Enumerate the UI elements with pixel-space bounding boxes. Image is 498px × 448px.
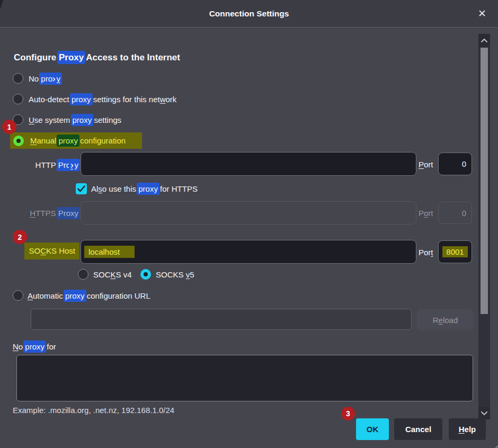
chevron-up-icon[interactable] [478,34,490,47]
radio-no-proxy-label[interactable]: No proxy [29,73,60,85]
socks-host-label-wrap: SOCKS Host [0,243,79,259]
socks-host-input[interactable]: localhost [81,240,416,264]
radio-auto-detect[interactable] [13,94,23,104]
reload-button: Reload [417,309,474,330]
vertical-scrollbar[interactable] [478,34,490,419]
ok-button[interactable]: OK [356,418,389,440]
cancel-button[interactable]: Cancel [394,418,442,440]
radio-no-proxy[interactable] [13,73,23,84]
radio-socks-v4[interactable] [78,269,88,280]
no-proxy-for-textarea[interactable] [16,355,473,401]
radio-automatic-label[interactable]: Automatic proxy configuration URL [28,290,150,302]
socks-port-input[interactable]: 8001 [438,240,472,263]
no-proxy-for-label: No proxy for [13,341,56,353]
also-https-checkbox[interactable] [76,183,87,194]
socks-port-label: Port [419,247,433,258]
radio-use-system-label[interactable]: Use system proxy settings [29,114,121,126]
resize-grip-icon[interactable] [487,444,498,448]
socks-port-value: 8001 [442,246,467,257]
socks-host-label: SOCKS Host [24,243,79,259]
radio-manual[interactable] [13,136,24,146]
http-port-input[interactable] [438,153,472,175]
radio-automatic[interactable] [13,290,23,301]
help-button[interactable]: Help [449,418,486,440]
dialog-title: Connection Settings [0,0,498,28]
scrollbar-thumb[interactable] [481,48,488,314]
radio-socks-v5-label[interactable]: SOCKS v5 [156,269,194,281]
http-proxy-label: HTTP Proxy [0,159,78,171]
http-proxy-input[interactable] [81,152,416,176]
close-icon[interactable]: ✕ [472,0,493,28]
annotation-badge-2: 2 [13,230,27,244]
checkmark-icon [77,185,85,192]
socks-host-value: localhost [84,246,135,258]
https-port-input [438,202,472,224]
chevron-down-icon[interactable] [478,407,490,419]
radio-socks-v5[interactable] [140,269,151,280]
https-port-label: Port [419,208,433,219]
connection-settings-dialog: Connection Settings ✕ Configure Proxy Ac… [0,0,498,448]
radio-auto-detect-label[interactable]: Auto-detect proxy settings for this netw… [29,94,176,105]
annotation-badge-3: 3 [341,407,355,420]
annotation-badge-1: 1 [2,120,16,134]
automatic-url-input [31,309,412,330]
no-proxy-example-text: Example: .mozilla.org, .net.nz, 192.168.… [13,406,174,415]
radio-manual-label[interactable]: Manual proxy configuration [30,136,126,146]
radio-manual-row[interactable]: Manual proxy configuration [10,132,142,149]
also-https-label[interactable]: Also use this proxy for HTTPS [91,183,198,195]
radio-socks-v4-label[interactable]: SOCKS v4 [93,269,132,281]
https-proxy-input [81,201,416,225]
page-title: Configure Proxy Access to the Internet [14,52,180,63]
https-proxy-label: HTTPS Proxy [0,208,78,219]
http-port-label: Port [419,159,433,171]
dialog-titlebar: Connection Settings ✕ [0,0,498,28]
